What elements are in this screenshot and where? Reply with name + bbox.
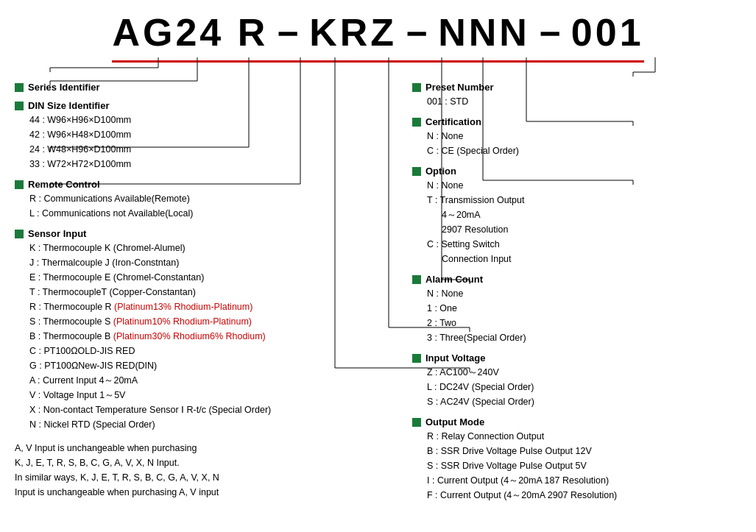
option-t: T : Transmission Output [427,193,741,208]
certification-icon [412,118,421,127]
alarm-count-items: N : None 1 : One 2 : Two 3 : Three(Speci… [412,286,741,345]
alarm-count-icon [412,275,421,284]
sensor-input-title: Sensor Input [15,228,398,239]
alarm-n: N : None [427,286,741,301]
din-size-item-33: 33 : W72×H72×D100mm [29,157,398,171]
din-size-section: DIN Size Identifier 44 : W96×H96×D100mm … [15,100,398,171]
sensor-input-items: K : Thermocouple K (Chromel-Alumel) J : … [15,241,398,432]
din-size-item-42: 42 : W96×H48×D100mm [29,127,398,142]
din-size-title: DIN Size Identifier [15,100,398,111]
alarm-count-title: Alarm Count [412,274,741,285]
output-mode-label: Output Mode [425,416,484,428]
input-voltage-icon [412,354,421,363]
sensor-a: A : Current Input 4～20mA [29,373,398,388]
note-3: In similar ways, K, J, E, T, R, S, B, C,… [15,470,398,485]
input-voltage-section: Input Voltage Z : AC100～240V L : DC24V (… [412,352,741,409]
main-layout: Series Identifier DIN Size Identifier 44… [15,68,741,510]
sensor-b: B : Thermocouple B (Platinum30% Rhodium6… [29,329,398,344]
alarm-count-section: Alarm Count N : None 1 : One 2 : Two 3 :… [412,274,741,345]
sensor-r-detail: (Platinum13% Rhodium-Platinum) [114,302,252,312]
remote-control-title: Remote Control [15,179,398,190]
series-identifier-section: Series Identifier [15,82,398,93]
series-identifier-icon [15,83,24,92]
preset-number-icon [412,83,421,92]
sensor-g: G : PT100ΩNew-JIS RED(DIN) [29,358,398,373]
voltage-l: L : DC24V (Special Order) [427,380,741,394]
cert-c: C : CE (Special Order) [427,143,741,158]
series-identifier-title: Series Identifier [15,82,398,93]
output-i: I : Current Output (4～20mA 187 Resolutio… [427,473,741,488]
alarm-1: 1 : One [427,301,741,316]
sensor-input-section: Sensor Input K : Thermocouple K (Chromel… [15,228,398,432]
din-size-item-24: 24 : W48×H96×D100mm [29,142,398,157]
input-voltage-items: Z : AC100～240V L : DC24V (Special Order)… [412,365,741,409]
certification-items: N : None C : CE (Special Order) [412,129,741,158]
right-column: Preset Number 001 : STD Certification N … [398,68,741,510]
din-size-label: DIN Size Identifier [28,100,110,111]
option-title: Option [412,166,741,177]
option-section: Option N : None T : Transmission Output … [412,166,741,266]
preset-number-section: Preset Number 001 : STD [412,82,741,109]
sensor-input-icon [15,230,24,238]
remote-control-r: R : Communications Available(Remote) [29,191,398,206]
sensor-v: V : Voltage Input 1～5V [29,388,398,402]
sensor-s: S : Thermocouple S (Platinum10% Rhodium-… [29,314,398,329]
output-s: S : SSR Drive Voltage Pulse Output 5V [427,458,741,473]
option-t-detail1: 4～20mA [427,208,741,222]
din-size-item-44: 44 : W96×H96×D100mm [29,113,398,127]
option-c-detail: Connection Input [427,252,741,266]
option-t-detail2: 2907 Resolution [427,222,741,237]
option-c: C : Setting Switch [427,237,741,252]
model-title: AG24 R－KRZ－NNN－001 [112,7,643,63]
certification-label: Certification [425,116,481,127]
sensor-input-label: Sensor Input [28,228,86,239]
option-items: N : None T : Transmission Output 4～20mA … [412,178,741,266]
sensor-j: J : Thermalcouple J (Iron-Constntan) [29,255,398,270]
left-column: Series Identifier DIN Size Identifier 44… [15,68,398,510]
note-4: Input is unchangeable when purchasing A,… [15,485,398,500]
series-identifier-label: Series Identifier [28,82,100,93]
option-n: N : None [427,178,741,193]
sensor-x: X : Non-contact Temperature Sensor Ⅰ R-t… [29,402,398,417]
alarm-count-label: Alarm Count [425,274,483,285]
alarm-3: 3 : Three(Special Order) [427,330,741,345]
certification-section: Certification N : None C : CE (Special O… [412,116,741,158]
cert-n: N : None [427,129,741,143]
bottom-notes: A, V Input is unchangeable when purchasi… [15,441,398,500]
din-size-icon [15,102,24,110]
note-2: K, J, E, T, R, S, B, C, G, A, V, X, N In… [15,455,398,470]
output-mode-title: Output Mode [412,416,741,428]
preset-number-label: Preset Number [425,82,493,93]
note-1: A, V Input is unchangeable when purchasi… [15,441,398,455]
input-voltage-title: Input Voltage [412,352,741,363]
output-mode-icon [412,418,421,427]
voltage-s: S : AC24V (Special Order) [427,394,741,409]
sensor-n: N : Nickel RTD (Special Order) [29,417,398,432]
sensor-k: K : Thermocouple K (Chromel-Alumel) [29,241,398,255]
sensor-e: E : Thermocouple E (Chromel-Constantan) [29,270,398,285]
sensor-r: R : Thermocouple R (Platinum13% Rhodium-… [29,299,398,314]
din-size-items: 44 : W96×H96×D100mm 42 : W96×H48×D100mm … [15,113,398,171]
option-icon [412,167,421,176]
sensor-c: C : PT100ΩOLD-JIS RED [29,344,398,358]
sensor-t: T : ThermocoupleT (Copper-Constantan) [29,285,398,299]
input-voltage-label: Input Voltage [425,352,485,363]
sensor-s-detail: (Platinum10% Rhodium-Platinum) [113,316,252,327]
output-r: R : Relay Connection Output [427,429,741,444]
sensor-b-detail: (Platinum30% Rhodium6% Rhodium) [113,331,266,341]
output-mode-items: R : Relay Connection Output B : SSR Driv… [412,429,741,503]
page-wrapper: AG24 R－KRZ－NNN－001 [15,7,741,510]
output-f: F : Current Output (4～20mA 2907 Resoluti… [427,488,741,503]
option-label: Option [425,166,456,177]
remote-control-section: Remote Control R : Communications Availa… [15,179,398,221]
alarm-2: 2 : Two [427,316,741,330]
voltage-z: Z : AC100～240V [427,365,741,380]
remote-control-items: R : Communications Available(Remote) L :… [15,191,398,221]
output-mode-section: Output Mode R : Relay Connection Output … [412,416,741,503]
remote-control-label: Remote Control [28,179,100,190]
preset-001: 001 : STD [427,94,741,109]
output-b: B : SSR Drive Voltage Pulse Output 12V [427,444,741,458]
preset-number-title: Preset Number [412,82,741,93]
remote-control-l: L : Communications not Available(Local) [29,206,398,221]
remote-control-icon [15,180,24,189]
